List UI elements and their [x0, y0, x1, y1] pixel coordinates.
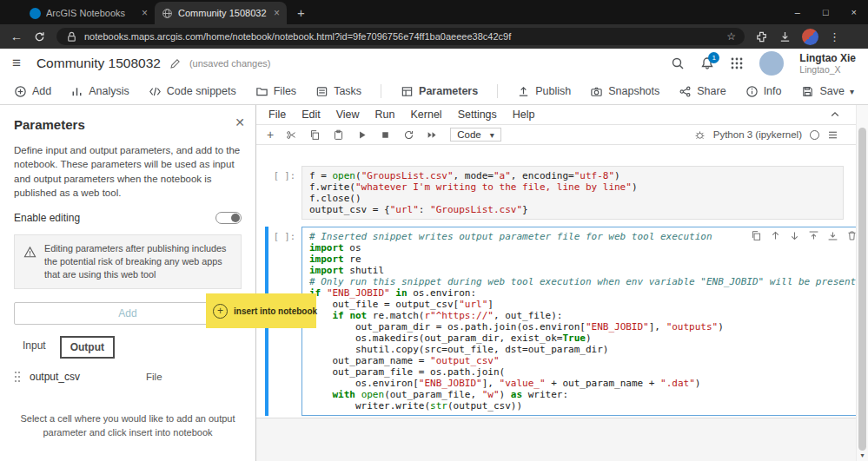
notebook-footer [256, 418, 856, 461]
menu-kernel[interactable]: Kernel [411, 109, 442, 121]
warning-text: Editing parameters after publishing incl… [44, 242, 232, 281]
menu-view[interactable]: View [336, 109, 360, 121]
cut-icon[interactable] [286, 129, 297, 141]
vertical-scrollbar[interactable]: ▾ [856, 105, 868, 461]
panel-title: Parameters [14, 117, 242, 132]
analysis-button[interactable]: Analysis [70, 85, 129, 98]
menu-settings[interactable]: Settings [458, 109, 497, 121]
paste-icon[interactable] [333, 129, 344, 141]
user-name: Lingtao Xie [799, 52, 856, 64]
toolbar-separator [497, 84, 498, 98]
hamburger-menu-icon[interactable]: ≡ [12, 55, 21, 72]
parameter-row[interactable]: output_csv File [14, 364, 242, 390]
app-toolbar: Add Analysis Code snippets Files Tasks P… [0, 78, 868, 105]
cell-selection-bar [265, 166, 268, 220]
restart-run-all-icon[interactable] [427, 129, 438, 141]
insert-into-notebook-label: insert into notebook [234, 306, 317, 316]
menu-edit[interactable]: Edit [301, 109, 321, 121]
menu-file[interactable]: File [268, 109, 286, 121]
tab-close-icon[interactable]: × [274, 7, 280, 19]
notebook-title: Community 1508032 [36, 56, 161, 71]
browser-menu-icon[interactable]: ⋮ [829, 30, 840, 43]
user-info[interactable]: Lingtao Xie Lingtao_X [799, 52, 856, 76]
drag-handle-icon[interactable] [14, 371, 21, 383]
app-launcher-grid-icon[interactable] [730, 56, 744, 70]
main-area: ✕ Parameters Define input and output par… [0, 105, 868, 461]
browser-profile-avatar[interactable] [802, 29, 818, 45]
code-cell-2[interactable]: [ ]: # Inserted snippet writes output pa… [265, 227, 844, 416]
collapse-header-chevron-icon[interactable] [830, 109, 840, 120]
insert-cell-above-icon[interactable] [808, 230, 819, 241]
maximize-button[interactable]: □ [812, 7, 840, 17]
new-tab-button[interactable]: + [297, 5, 305, 20]
user-avatar[interactable] [759, 51, 784, 76]
share-button[interactable]: Share [679, 85, 726, 98]
info-button[interactable]: Info [745, 85, 782, 98]
delete-cell-icon[interactable] [846, 230, 856, 241]
kernel-name[interactable]: Python 3 (ipykernel) [713, 129, 802, 140]
publish-button[interactable]: Publish [517, 85, 571, 98]
extensions-icon[interactable] [755, 30, 768, 43]
browser-tab-community[interactable]: Community 1508032 × [155, 2, 287, 24]
notebook-menubar: File Edit View Run Kernel Settings Help [256, 105, 868, 125]
tab-close-icon[interactable]: × [142, 7, 148, 19]
move-cell-up-icon[interactable] [770, 230, 781, 241]
cell-type-caret-icon: ▾ [490, 130, 494, 140]
downloads-icon[interactable] [779, 30, 792, 43]
insert-cell-below-icon[interactable] [827, 230, 838, 241]
save-dropdown-caret-icon[interactable]: ▾ [850, 87, 854, 96]
enable-editing-row: Enable editing [14, 212, 242, 224]
move-cell-down-icon[interactable] [789, 230, 800, 241]
snapshots-button[interactable]: Snapshots [590, 85, 659, 98]
publish-label: Publish [535, 85, 571, 97]
close-button[interactable]: × [840, 7, 868, 17]
run-icon[interactable] [356, 129, 368, 141]
cell-type-value: Code [457, 129, 481, 140]
scrollbar-down-arrow-icon[interactable]: ▾ [857, 451, 868, 459]
minimize-button[interactable]: – [784, 7, 812, 17]
notebook-toolbar: + Code ▾ Python 3 (ipykernel) [256, 125, 868, 145]
menu-run[interactable]: Run [375, 109, 395, 121]
tab-output[interactable]: Output [60, 336, 115, 359]
reload-icon[interactable] [33, 30, 46, 43]
enable-editing-toggle[interactable] [215, 212, 242, 224]
parameters-button[interactable]: Parameters [401, 85, 478, 98]
restart-kernel-icon[interactable] [403, 129, 414, 141]
files-button[interactable]: Files [255, 85, 296, 98]
save-button[interactable]: Save ▾ [801, 85, 854, 98]
insert-into-notebook-button[interactable]: + insert into notebook [206, 293, 316, 328]
notifications-button[interactable]: 1 [700, 56, 714, 70]
duplicate-cell-icon[interactable] [751, 230, 762, 241]
code-editor[interactable]: # Inserted snippet writes output paramet… [301, 227, 856, 416]
back-icon[interactable]: ← [10, 30, 23, 43]
scrollbar-thumb[interactable] [858, 128, 866, 451]
code-snippets-button[interactable]: Code snippets [149, 85, 236, 98]
edit-title-icon[interactable] [169, 58, 181, 69]
tab-input[interactable]: Input [14, 336, 55, 359]
tasks-button[interactable]: Tasks [315, 85, 361, 98]
enable-editing-label: Enable editing [14, 212, 80, 224]
files-label: Files [274, 85, 296, 97]
browser-tab-arcgis-notebooks[interactable]: ArcGIS Notebooks × [23, 2, 155, 24]
bookmark-star-icon[interactable]: ☆ [726, 30, 736, 43]
cell-type-select[interactable]: Code ▾ [450, 128, 501, 142]
debugger-bug-icon[interactable] [694, 129, 706, 141]
url-field[interactable]: notebooks.maps.arcgis.com/home/notebook/… [56, 28, 745, 45]
add-button[interactable]: Add [14, 85, 51, 98]
snapshots-label: Snapshots [608, 85, 659, 97]
code-cell-1[interactable]: [ ]: f = open("GroupsList.csv", mode="a"… [265, 166, 844, 220]
globe-favicon-icon [162, 8, 173, 19]
menu-help[interactable]: Help [513, 109, 535, 121]
notebook-cells: [ ]: f = open("GroupsList.csv", mode="a"… [256, 147, 856, 418]
copy-icon[interactable] [309, 129, 321, 141]
panel-hint: Select a cell where you would like to ad… [18, 412, 237, 440]
tab-title: ArcGIS Notebooks [46, 8, 136, 18]
search-icon[interactable] [671, 56, 685, 70]
stop-icon[interactable] [380, 129, 391, 141]
insert-cell-icon[interactable]: + [267, 128, 274, 142]
url-text: notebooks.maps.arcgis.com/home/notebook/… [84, 31, 720, 42]
panel-close-icon[interactable]: ✕ [235, 115, 245, 129]
toc-list-icon[interactable] [827, 129, 838, 141]
code-editor[interactable]: f = open("GroupsList.csv", mode="a", enc… [301, 166, 844, 220]
notebook-area: File Edit View Run Kernel Settings Help … [256, 105, 868, 461]
